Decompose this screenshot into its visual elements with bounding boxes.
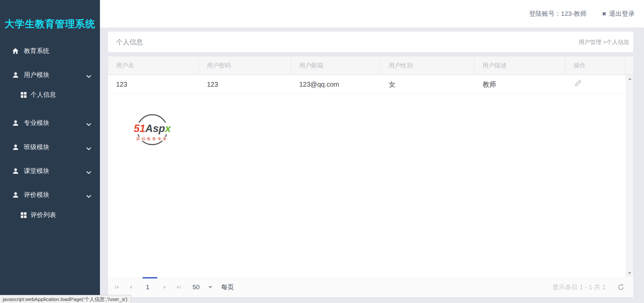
first-page-button[interactable] xyxy=(110,282,124,293)
logout-label: 退出登录 xyxy=(609,9,635,18)
dropdown-arrow-icon xyxy=(208,286,212,289)
main-content: 个人信息 用户管理 >个人信息 用户名 用户密码 用户邮箱 用户性别 用户描述 … xyxy=(100,28,644,297)
chevron-down-icon xyxy=(86,145,91,152)
cell-actions xyxy=(566,75,626,94)
sidebar: 大学生教育管理系统 教育系统 用户模块 个人信息 xyxy=(0,0,100,303)
column-header-password[interactable]: 用户密码 xyxy=(199,56,291,75)
logo-subtitle: 源码服务专家 xyxy=(131,136,173,141)
column-header-username[interactable]: 用户名 xyxy=(108,56,199,75)
cell-password: 123 xyxy=(199,75,291,94)
sidebar-item-education-system[interactable]: 教育系统 xyxy=(0,45,100,57)
cell-email: 123@qq.com xyxy=(291,75,381,94)
sidebar-nav: 教育系统 用户模块 个人信息 专业模块 xyxy=(0,45,100,221)
page-size-dropdown[interactable]: 50 xyxy=(193,284,212,291)
user-icon xyxy=(11,71,19,79)
sidebar-item-label: 专业模块 xyxy=(24,119,49,127)
sidebar-item-evaluation-list[interactable]: 评价列表 xyxy=(0,209,100,221)
grid-icon xyxy=(20,91,27,98)
sidebar-item-label: 评价列表 xyxy=(31,211,56,219)
previous-page-button[interactable] xyxy=(124,282,138,293)
sidebar-item-label: 个人信息 xyxy=(31,90,56,99)
refresh-button[interactable] xyxy=(617,284,625,291)
sidebar-item-course-module[interactable]: 课堂模块 xyxy=(0,165,100,177)
sidebar-item-personal-info[interactable]: 个人信息 xyxy=(0,89,100,101)
sidebar-item-class-module[interactable]: 班级模块 xyxy=(0,141,100,153)
sidebar-item-label: 评价模块 xyxy=(24,190,49,199)
column-header-actions[interactable]: 操作 xyxy=(566,56,625,75)
user-grid: 用户名 用户密码 用户邮箱 用户性别 用户描述 操作 123 123 123@q… xyxy=(108,56,633,277)
pager-right: 显示条目 1 - 1 共 1 xyxy=(552,283,633,292)
per-page-label: 每页 xyxy=(221,283,234,292)
home-icon xyxy=(11,47,19,55)
logo-text: 51Aspx xyxy=(131,123,173,134)
app-title: 大学生教育管理系统 xyxy=(0,17,100,31)
cell-username: 123 xyxy=(108,75,199,94)
sidebar-item-label: 班级模块 xyxy=(24,143,49,152)
scroll-up-icon[interactable] xyxy=(628,78,632,80)
topbar: 登陆账号：123-教师 ✖ 退出登录 xyxy=(100,0,644,28)
user-icon xyxy=(11,119,19,127)
chevron-down-icon xyxy=(86,121,91,128)
51aspx-logo: 51Aspx 源码服务专家 xyxy=(131,114,173,152)
sidebar-item-label: 教育系统 xyxy=(24,47,49,55)
column-header-filler xyxy=(625,56,633,75)
sidebar-item-evaluation-module[interactable]: 评价模块 xyxy=(0,189,100,201)
chevron-down-icon xyxy=(86,169,91,176)
vertical-scrollbar[interactable] xyxy=(626,75,633,277)
status-bar: javascript:webApplication.loadPage('个人信息… xyxy=(0,295,131,303)
column-header-description[interactable]: 用户描述 xyxy=(474,56,566,75)
column-header-gender[interactable]: 用户性别 xyxy=(380,56,474,75)
account-label: 登陆账号：123-教师 xyxy=(529,9,587,18)
user-icon xyxy=(11,143,19,151)
page-title: 个人信息 xyxy=(116,38,143,47)
cell-description: 教师 xyxy=(475,75,566,94)
pagination-bar: 1 50 每页 显示条目 1 - 1 共 1 xyxy=(108,277,633,297)
table-row: 123 123 123@qq.com 女 教师 xyxy=(108,75,633,94)
cell-gender: 女 xyxy=(381,75,475,94)
page-number-button[interactable]: 1 xyxy=(138,284,158,291)
column-header-email[interactable]: 用户邮箱 xyxy=(291,56,381,75)
active-page-indicator xyxy=(143,277,157,278)
user-icon xyxy=(11,191,19,199)
sidebar-item-label: 课堂模块 xyxy=(24,167,49,175)
next-page-button[interactable] xyxy=(158,282,171,293)
edit-pencil-icon[interactable] xyxy=(575,75,582,94)
scroll-down-icon[interactable] xyxy=(628,272,631,274)
chevron-down-icon xyxy=(86,192,91,200)
grid-header: 用户名 用户密码 用户邮箱 用户性别 用户描述 操作 xyxy=(108,56,633,75)
close-icon: ✖ xyxy=(602,11,606,17)
last-page-button[interactable] xyxy=(171,282,185,293)
sidebar-item-user-module[interactable]: 用户模块 xyxy=(0,69,100,81)
grid-icon xyxy=(20,211,27,219)
breadcrumb-bar: 个人信息 用户管理 >个人信息 xyxy=(108,32,633,52)
sidebar-item-major-module[interactable]: 专业模块 xyxy=(0,117,100,129)
user-icon xyxy=(11,167,19,175)
breadcrumb: 用户管理 >个人信息 xyxy=(579,38,629,46)
pagination-summary: 显示条目 1 - 1 共 1 xyxy=(552,283,606,292)
chevron-down-icon xyxy=(86,73,91,80)
sidebar-item-label: 用户模块 xyxy=(24,71,49,79)
logout-button[interactable]: ✖ 退出登录 xyxy=(602,9,635,18)
page-size-value: 50 xyxy=(193,284,200,291)
